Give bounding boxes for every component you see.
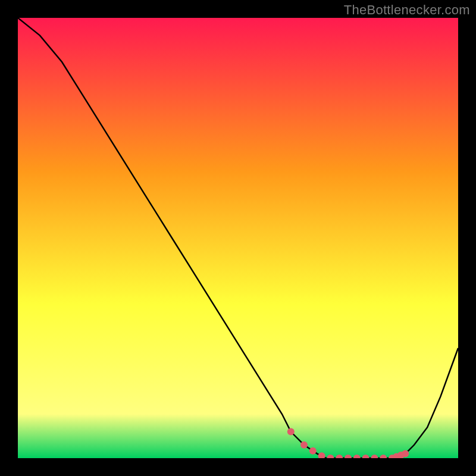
trough-dot: [402, 450, 409, 458]
chart-svg: [18, 18, 458, 458]
watermark-text: TheBottlenecker.com: [344, 2, 470, 18]
trough-dot: [287, 428, 295, 436]
chart-container: TheBottlenecker.com: [0, 0, 476, 476]
trough-dot: [309, 447, 317, 455]
gradient-background: [18, 18, 458, 458]
trough-dot: [300, 441, 308, 449]
plot-area: [18, 18, 458, 458]
